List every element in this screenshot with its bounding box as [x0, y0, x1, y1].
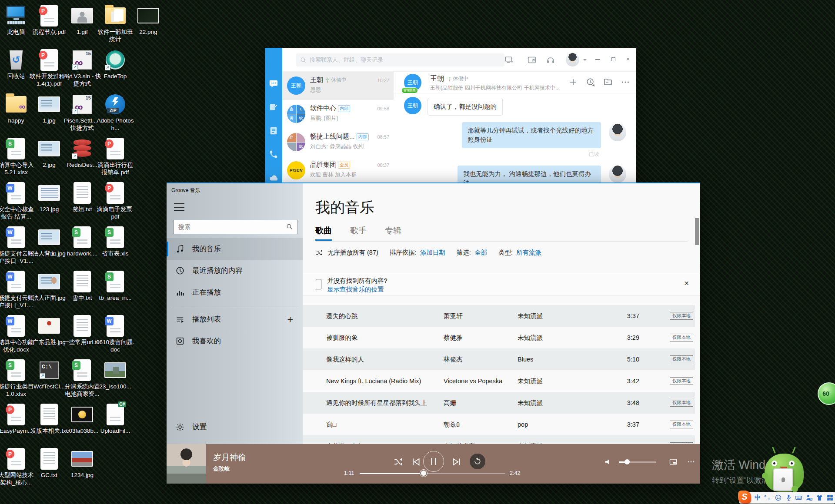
- hamburger-menu-icon[interactable]: [174, 203, 184, 211]
- next-button[interactable]: [451, 456, 462, 468]
- song-row[interactable]: 李荣浩 - 李白未知艺术家未知流派4:03仅限本地: [303, 435, 695, 444]
- song-artist: 蔡健雅: [444, 334, 518, 342]
- phone-icon[interactable]: [269, 149, 278, 159]
- tab-专辑[interactable]: 专辑: [385, 225, 401, 240]
- sidebar-item-最近播放的内容[interactable]: 最近播放的内容: [167, 260, 303, 282]
- chat-close-button[interactable]: ×: [623, 56, 633, 63]
- folder-icon[interactable]: [603, 77, 613, 87]
- keyboard-icon[interactable]: [794, 494, 804, 501]
- previous-button[interactable]: [410, 456, 421, 468]
- desktop-icon[interactable]: ↗FadeTop: [95, 49, 135, 80]
- volume-icon[interactable]: [604, 457, 613, 467]
- repeat-button[interactable]: [470, 454, 485, 469]
- seek-bar[interactable]: [360, 473, 505, 474]
- chat-contact-item[interactable]: PISEN品胜集团全员08:37欢迎 曹林 加入本群: [282, 156, 394, 182]
- desktop-icon[interactable]: P滴滴电子发票.pdf: [95, 182, 135, 220]
- song-row[interactable]: 像我这样的人林俊杰Blues5:10仅限本地: [303, 348, 695, 370]
- desktop-icon[interactable]: 22.png: [128, 4, 168, 36]
- contact-name: 品胜集团: [310, 161, 336, 169]
- local-only-badge: 仅限本地: [670, 377, 693, 385]
- mini-player-icon[interactable]: [669, 458, 678, 466]
- desktop-icon[interactable]: ZIPAdobe Photosh...: [95, 93, 135, 132]
- tab-歌手[interactable]: 歌手: [350, 225, 367, 240]
- page-title: 我的音乐: [315, 198, 374, 218]
- toolbox-grid-icon[interactable]: [825, 494, 835, 501]
- image-dark-icon: [137, 4, 160, 27]
- chat-contact-item[interactable]: 王朝王朝休假中10:27恩恩: [282, 72, 394, 100]
- seek-thumb[interactable]: [420, 470, 427, 477]
- groove-search-input[interactable]: 搜索: [174, 220, 298, 234]
- filter-value-link[interactable]: 全部: [474, 249, 487, 257]
- mini-window-icon[interactable]: [527, 55, 537, 65]
- contacts-book-icon[interactable]: [269, 126, 278, 136]
- chat-bubble-icon[interactable]: [269, 79, 278, 89]
- shuffle-all-button[interactable]: 无序播放所有 (87): [327, 249, 378, 257]
- chat-maximize-button[interactable]: [608, 56, 618, 63]
- desktop-icon[interactable]: W0610遗留问题.doc: [95, 315, 135, 353]
- sogou-logo[interactable]: S: [738, 491, 751, 504]
- read-receipt: 已读: [589, 151, 599, 158]
- headset-icon[interactable]: [546, 55, 555, 65]
- csharp-icon: C#: [104, 403, 127, 426]
- add-icon[interactable]: [568, 77, 578, 87]
- desktop-icon[interactable]: C#UploadFil...: [95, 403, 135, 434]
- chat-contact-item[interactable]: 鑫L勇钦软件中心内部09:58吕鹏: [图片]: [282, 100, 394, 128]
- desktop-icon[interactable]: S省市表.xls: [95, 226, 135, 257]
- scrollbar-thumb[interactable]: [695, 218, 699, 245]
- tab-歌曲[interactable]: 歌曲: [315, 225, 332, 240]
- chat-minimize-button[interactable]: [593, 56, 602, 63]
- song-row[interactable]: 寫□朝兹ǔpop3:37仅限本地: [303, 414, 695, 435]
- volume-thumb[interactable]: [625, 459, 630, 464]
- song-row[interactable]: 遇见你的时候所有星星都落到我头上高姗未知流派3:48仅限本地: [303, 392, 695, 414]
- more-icon[interactable]: [687, 458, 695, 466]
- cloud-icon[interactable]: [269, 173, 278, 182]
- chevron-down-icon[interactable]: [583, 59, 587, 63]
- chat-contact-list: 王朝王朝休假中10:27恩恩鑫L勇钦软件中心内部09:58吕鹏: [图片]静斌畅…: [282, 72, 394, 182]
- sidebar-item-正在播放[interactable]: 正在播放: [167, 282, 303, 303]
- ime-mode-chinese[interactable]: 中: [752, 494, 763, 502]
- desktop-icon[interactable]: P滴滴出行行程报销单.pdf: [95, 137, 135, 176]
- local-only-badge: 仅限本地: [670, 312, 693, 320]
- shuffle-button[interactable]: [393, 456, 404, 468]
- booster-ball[interactable]: 60: [818, 382, 835, 405]
- genre-value-link[interactable]: 所有流派: [516, 249, 541, 257]
- message-time: 10:27: [377, 78, 389, 83]
- sidebar-item-设置[interactable]: 设置: [167, 416, 303, 438]
- desktop-icon[interactable]: 1234.jpg: [62, 448, 102, 479]
- pinboard-icon[interactable]: [269, 102, 278, 112]
- desktop-icon-label: 23_iso100...: [95, 383, 135, 390]
- volume-slider[interactable]: [619, 461, 656, 463]
- more-icon[interactable]: [621, 77, 630, 87]
- screenshot-icon[interactable]: [504, 55, 514, 65]
- sort-value-link[interactable]: 添加日期: [420, 249, 445, 257]
- album-art: [167, 444, 206, 484]
- ime-punctuation[interactable]: °，: [763, 494, 773, 501]
- song-row[interactable]: New Kings ft. Luciana (Radio Mix)Viceton…: [303, 370, 695, 392]
- song-title: 像我这样的人: [326, 355, 444, 364]
- microphone-icon[interactable]: [783, 494, 794, 501]
- call-history-icon[interactable]: [586, 77, 595, 87]
- chat-conversation: 王朝 管理新星 王朝 休假中 王朝(品胜股份-四川千机网科技有限公司-千机网技术…: [394, 72, 636, 182]
- show-music-location-link[interactable]: 显示查找音乐的位置: [327, 285, 384, 294]
- pause-button[interactable]: [423, 451, 444, 472]
- groove-settings: 设置: [167, 416, 303, 438]
- chat-search-input[interactable]: 搜索联系人、群组、聊天记录: [296, 53, 504, 66]
- song-row[interactable]: 遗失的心跳萧亚轩未知流派3:37仅限本地: [303, 305, 695, 327]
- sidebar-item-label: 播放列表: [192, 315, 221, 324]
- local-only-badge: 仅限本地: [670, 421, 693, 428]
- desktop-icon[interactable]: Stb_area_in...: [95, 270, 135, 302]
- desktop-icon[interactable]: 23_iso100...: [95, 359, 135, 390]
- sidebar-item-我的音乐[interactable]: 我的音乐: [167, 238, 303, 260]
- add-playlist-button[interactable]: ＋: [285, 313, 295, 326]
- emoji-face-icon[interactable]: [773, 494, 784, 501]
- desktop-icon-label: UploadFil...: [95, 427, 135, 434]
- skin-shirt-icon[interactable]: [815, 494, 825, 501]
- sidebar-item-播放列表[interactable]: 播放列表＋: [167, 308, 303, 330]
- close-icon[interactable]: ×: [684, 279, 689, 288]
- chat-contact-item[interactable]: 静斌畅捷上线问题...内部08:57刘自秀: @康晶晶 收到: [282, 128, 394, 156]
- user-avatar[interactable]: [566, 53, 579, 66]
- search-icon: [300, 57, 307, 63]
- song-row[interactable]: 被驯服的象蔡健雅未知流派3:29仅限本地: [303, 327, 695, 348]
- sidebar-item-我喜欢的[interactable]: 我喜欢的: [167, 330, 303, 352]
- person-24-icon[interactable]: 24: [804, 494, 815, 501]
